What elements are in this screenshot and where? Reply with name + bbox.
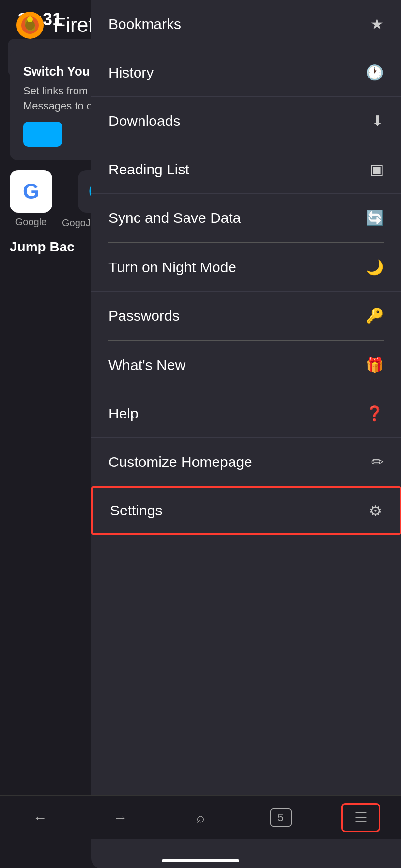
menu-label-whats-new: What's New (108, 357, 185, 373)
menu-icon-settings: ⚙ (369, 502, 382, 519)
forward-icon: → (113, 809, 127, 826)
google-icon: G (10, 170, 52, 213)
menu-label-night-mode: Turn on Night Mode (108, 259, 236, 276)
menu-label-history: History (108, 64, 154, 81)
menu-item-history[interactable]: History 🕐 (91, 48, 401, 97)
menu-icon-downloads: ⬇ (371, 112, 384, 129)
menu-item-night-mode[interactable]: Turn on Night Mode 🌙 (91, 243, 401, 292)
menu-button[interactable]: ☰ (341, 803, 380, 832)
menu-label-reading-list: Reading List (108, 161, 189, 178)
menu-label-passwords: Passwords (108, 308, 180, 324)
menu-item-whats-new[interactable]: What's New 🎁 (91, 341, 401, 389)
svg-point-4 (27, 16, 33, 22)
search-button[interactable]: ⌕ (181, 803, 220, 832)
tabs-count: 5 (270, 808, 292, 827)
back-button[interactable]: ← (21, 803, 60, 832)
tabs-button[interactable]: 5 (262, 803, 300, 832)
menu-icon-reading-list: ▣ (370, 161, 384, 178)
menu-icon: ☰ (355, 809, 368, 826)
menu-label-downloads: Downloads (108, 113, 180, 129)
menu-item-reading-list[interactable]: Reading List ▣ (91, 145, 401, 194)
search-icon: ⌕ (196, 809, 205, 826)
menu-icon-sync: 🔄 (366, 209, 384, 226)
browser-icon (23, 122, 62, 147)
menu-panel: Bookmarks ★ History 🕐 Downloads ⬇ Readin… (91, 0, 401, 868)
firefox-logo (15, 10, 46, 41)
menu-item-bookmarks[interactable]: Bookmarks ★ (91, 0, 401, 48)
menu-icon-customize: ✏ (371, 453, 384, 470)
menu-label-settings: Settings (110, 502, 162, 519)
back-icon: ← (33, 809, 47, 826)
home-indicator (162, 859, 239, 862)
menu-item-passwords[interactable]: Passwords 🔑 (91, 292, 401, 340)
google-label: Google (15, 217, 47, 228)
menu-icon-bookmarks: ★ (370, 16, 384, 32)
menu-label-sync: Sync and Save Data (108, 210, 241, 226)
menu-item-sync[interactable]: Sync and Save Data 🔄 (91, 194, 401, 242)
menu-item-customize[interactable]: Customize Homepage ✏ (91, 438, 401, 486)
menu-item-help[interactable]: Help ❓ (91, 389, 401, 438)
menu-item-settings[interactable]: Settings ⚙ (91, 486, 401, 535)
menu-icon-history: 🕐 (366, 64, 384, 81)
menu-label-help: Help (108, 405, 139, 422)
menu-items-list: Bookmarks ★ History 🕐 Downloads ⬇ Readin… (91, 0, 401, 535)
menu-label-customize: Customize Homepage (108, 454, 252, 470)
menu-icon-passwords: 🔑 (366, 307, 384, 324)
forward-button[interactable]: → (101, 803, 139, 832)
menu-label-bookmarks: Bookmarks (108, 16, 181, 32)
menu-icon-night-mode: 🌙 (366, 259, 384, 276)
bottom-toolbar: ← → ⌕ 5 ☰ (0, 795, 401, 839)
menu-icon-help: ❓ (366, 405, 384, 422)
menu-icon-whats-new: 🎁 (366, 356, 384, 373)
menu-item-downloads[interactable]: Downloads ⬇ (91, 97, 401, 145)
shortcut-google[interactable]: G Google (10, 170, 52, 230)
